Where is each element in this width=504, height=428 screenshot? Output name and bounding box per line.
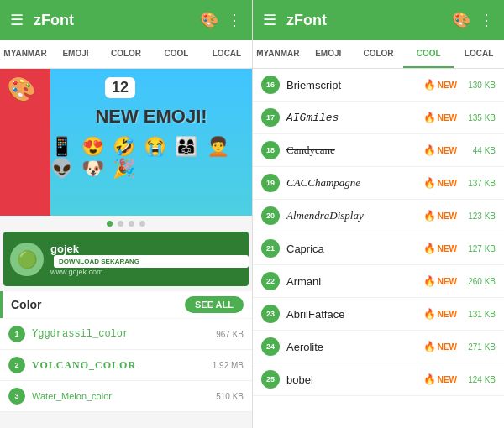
right-font-num-25: 25	[261, 370, 280, 389]
right-font-num-16: 16	[261, 76, 280, 94]
left-nav-tabs: MYANMAR EMOJI COLOR COOL LOCAL	[0, 40, 252, 69]
carousel-dot-3[interactable]	[129, 221, 134, 227]
font-size-2: 1.92 MB	[213, 361, 244, 370]
ad-content: gojek DOWNLOAD SEKARANG www.gojek.com	[50, 243, 249, 276]
fire-icon-25: 🔥	[423, 373, 436, 385]
right-tab-local[interactable]: LOCAL	[454, 40, 504, 68]
right-app-title: zFont	[286, 12, 452, 29]
right-font-item-25[interactable]: 25 bobel 🔥 NEW 124 KB	[253, 363, 504, 396]
fire-icon-18: 🔥	[423, 144, 436, 156]
right-font-item-19[interactable]: 19 CACChampagne 🔥 NEW 137 KB	[253, 167, 504, 200]
right-font-num-18: 18	[261, 141, 280, 159]
left-more-icon[interactable]: ⋮	[227, 11, 242, 29]
ad-download-button[interactable]: DOWNLOAD SEKARANG	[54, 255, 249, 268]
font-item-3[interactable]: 3 Water_Melon_color 510 KB	[0, 381, 252, 412]
right-font-item-17[interactable]: 17 AIGmiles 🔥 NEW 135 KB	[253, 102, 504, 134]
right-nav-tabs: MYANMAR EMOJI COLOR COOL LOCAL	[253, 40, 504, 69]
fire-icon-19: 🔥	[423, 177, 436, 189]
right-font-size-25: 124 KB	[462, 375, 496, 384]
right-font-size-20: 123 KB	[462, 211, 496, 221]
left-palette-icon[interactable]: 🎨	[200, 11, 218, 29]
right-font-item-16[interactable]: 16 Briemscript 🔥 NEW 130 KB	[253, 69, 504, 102]
font-item-2[interactable]: 2 VOLCANO_COLOR 1.92 MB	[0, 350, 252, 381]
right-font-item-24[interactable]: 24 Aerolite 🔥 NEW 271 KB	[253, 331, 504, 363]
left-menu-icon[interactable]: ☰	[10, 11, 24, 29]
left-tab-myanmar[interactable]: MYANMAR	[0, 40, 50, 68]
right-tab-cool[interactable]: COOL	[403, 40, 454, 68]
right-font-num-24: 24	[261, 337, 280, 356]
right-font-name-18: Candycane	[286, 144, 423, 157]
right-font-item-23[interactable]: 23 AbrilFatface 🔥 NEW 131 KB	[253, 298, 504, 331]
right-font-name-25: bobel	[286, 373, 423, 386]
carousel-image: 🎨 12 NEW EMOJI! 📱 😍 🤣 😭 👨‍👩‍👧 🧑‍🦱 👽 🐶 🎉	[0, 69, 252, 216]
ad-app-name: gojek	[50, 243, 249, 255]
right-menu-icon[interactable]: ☰	[263, 11, 276, 29]
right-font-num-17: 17	[261, 108, 280, 127]
right-font-item-20[interactable]: 20 AlmendraDisplay 🔥 NEW 123 KB	[253, 200, 504, 232]
right-font-num-22: 22	[261, 272, 280, 290]
carousel-emojis: 📱 😍 🤣 😭 👨‍👩‍👧 🧑‍🦱 👽 🐶 🎉	[50, 136, 252, 180]
left-tab-cool[interactable]: COOL	[151, 40, 202, 68]
font-size-1: 967 KB	[216, 330, 244, 339]
carousel-bg-main: 12 NEW EMOJI! 📱 😍 🤣 😭 👨‍👩‍👧 🧑‍🦱 👽 🐶 🎉	[50, 69, 252, 216]
right-font-num-20: 20	[261, 206, 280, 225]
right-font-num-23: 23	[261, 305, 280, 323]
new-badge-20: NEW	[438, 211, 457, 221]
carousel-dot-2[interactable]	[118, 221, 123, 227]
right-font-size-22: 260 KB	[462, 277, 496, 286]
left-app-title: zFont	[34, 12, 200, 29]
right-more-icon[interactable]: ⋮	[479, 11, 494, 29]
right-font-item-21[interactable]: 21 Caprica 🔥 NEW 127 KB	[253, 232, 504, 265]
left-tab-color[interactable]: COLOR	[101, 40, 151, 68]
font-size-3: 510 KB	[216, 392, 244, 401]
right-font-name-21: Caprica	[286, 243, 423, 255]
carousel-dot-1[interactable]	[107, 221, 113, 227]
ad-banner[interactable]: 🟢 gojek DOWNLOAD SEKARANG www.gojek.com	[3, 232, 249, 286]
left-content: 🎨 12 NEW EMOJI! 📱 😍 🤣 😭 👨‍👩‍👧 🧑‍🦱 👽 🐶 🎉	[0, 69, 252, 428]
new-badge-25: NEW	[438, 375, 457, 384]
left-header: ☰ zFont 🎨 ⋮	[0, 0, 252, 40]
right-tab-myanmar[interactable]: MYANMAR	[253, 40, 303, 68]
fire-icon-23: 🔥	[423, 308, 436, 320]
cool-font-list: 16 Briemscript 🔥 NEW 130 KB 17 AIGmiles …	[253, 69, 504, 428]
new-badge-18: NEW	[438, 146, 457, 155]
font-name-2: VOLCANO_COLOR	[32, 359, 213, 372]
right-panel: ☰ zFont 🎨 ⋮ MYANMAR EMOJI COLOR COOL LOC…	[252, 0, 504, 428]
carousel-number: 12	[105, 77, 135, 98]
fire-icon-24: 🔥	[423, 341, 436, 352]
font-item-1[interactable]: 1 Yggdrassil_color 967 KB	[0, 319, 252, 350]
carousel[interactable]: 🎨 12 NEW EMOJI! 📱 😍 🤣 😭 👨‍👩‍👧 🧑‍🦱 👽 🐶 🎉	[0, 69, 252, 216]
font-num-3: 3	[8, 388, 25, 405]
font-num-2: 2	[8, 357, 25, 373]
font-name-3: Water_Melon_color	[32, 391, 216, 401]
right-tab-color[interactable]: COLOR	[354, 40, 404, 68]
right-palette-icon[interactable]: 🎨	[452, 11, 470, 29]
fire-icon-20: 🔥	[423, 210, 436, 222]
right-font-size-23: 131 KB	[462, 310, 496, 319]
fire-icon-22: 🔥	[423, 275, 436, 287]
carousel-dot-4[interactable]	[139, 221, 145, 227]
left-tab-emoji[interactable]: EMOJI	[50, 40, 101, 68]
carousel-title: NEW EMOJI!	[95, 106, 207, 128]
fire-icon-17: 🔥	[423, 112, 436, 123]
left-tab-local[interactable]: LOCAL	[202, 40, 252, 68]
right-font-item-22[interactable]: 22 Armani 🔥 NEW 260 KB	[253, 265, 504, 298]
right-font-item-18[interactable]: 18 Candycane 🔥 NEW 44 KB	[253, 134, 504, 167]
color-section-title: Color	[11, 298, 42, 311]
new-badge-23: NEW	[438, 310, 457, 319]
right-font-name-22: Armani	[286, 275, 423, 288]
right-font-name-20: AlmendraDisplay	[286, 209, 423, 222]
right-font-name-24: Aerolite	[286, 341, 423, 353]
right-font-name-17: AIGmiles	[286, 112, 423, 124]
right-font-name-19: CACChampagne	[286, 176, 423, 190]
ad-url: www.gojek.com	[50, 268, 249, 276]
see-all-button[interactable]: SEE ALL	[185, 296, 244, 313]
right-font-size-19: 137 KB	[462, 179, 496, 188]
new-badge-21: NEW	[438, 244, 457, 253]
right-font-size-17: 135 KB	[462, 113, 496, 123]
font-name-1: Yggdrassil_color	[32, 328, 216, 340]
fire-icon-21: 🔥	[423, 243, 436, 254]
color-font-list: 1 Yggdrassil_color 967 KB 2 VOLCANO_COLO…	[0, 319, 252, 412]
right-tab-emoji[interactable]: EMOJI	[303, 40, 354, 68]
carousel-bg-left: 🎨	[0, 69, 50, 216]
